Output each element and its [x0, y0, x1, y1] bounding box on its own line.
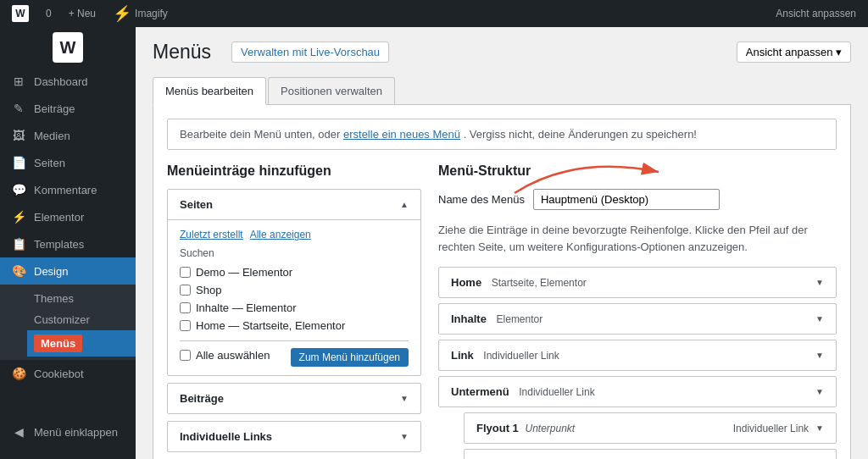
- select-all-item: Alle auswählen: [180, 349, 270, 362]
- wp-logo[interactable]: W: [7, 0, 34, 27]
- chevron-down-icon-link[interactable]: ▼: [815, 351, 824, 360]
- left-col-title: Menüeinträge hinzufügen: [167, 163, 421, 179]
- right-col: Menü-Struktur Name des Menüs: [438, 163, 837, 459]
- medien-icon: 🖼: [10, 129, 27, 142]
- chevron-down-icon-links: ▼: [400, 432, 409, 441]
- right-col-title: Menü-Struktur: [438, 163, 837, 179]
- page-title: Menüs: [153, 41, 211, 64]
- tab-bar: Menüs bearbeiten Positionen verwalten: [153, 77, 851, 105]
- two-col-layout: Menüeinträge hinzufügen Seiten ▲ Zuletzt…: [167, 163, 837, 459]
- page-item-inhalte: Inhalte — Elementor: [180, 301, 409, 314]
- chevron-down-icon-home[interactable]: ▼: [815, 278, 824, 287]
- main-content: Menüs Verwalten mit Live-Vorschau Ansich…: [136, 0, 868, 459]
- page-header: Menüs Verwalten mit Live-Vorschau Ansich…: [153, 41, 851, 64]
- admin-bar: W 0 + Neu ⚡ Imagify Ansicht anpassen: [0, 0, 868, 27]
- page-checkbox-home[interactable]: [180, 320, 191, 331]
- templates-icon: 📋: [10, 237, 27, 251]
- search-row: Zuletzt erstellt Alle anzeigen: [180, 229, 409, 241]
- sidebar-item-kommentare[interactable]: 💬 Kommentare: [0, 176, 136, 203]
- sidebar-item-dashboard[interactable]: ⊞ Dashboard: [0, 68, 136, 95]
- sidebar-collapse-btn[interactable]: ◀ Menü einklappen: [0, 418, 128, 445]
- chevron-down-icon-flyout1[interactable]: ▼: [815, 423, 824, 433]
- view-customize-btn[interactable]: Ansicht anpassen: [771, 0, 861, 27]
- accordion-beitraege: Beiträge ▼: [167, 383, 421, 414]
- info-bar: Bearbeite dein Menü unten, oder erstelle…: [167, 119, 837, 150]
- content-area: Bearbeite dein Menü unten, oder erstelle…: [153, 105, 851, 459]
- page-item-shop: Shop: [180, 284, 409, 296]
- sidebar-item-design[interactable]: 🎨 Design: [0, 257, 136, 285]
- sidebar-sub-customizer[interactable]: Customizer: [27, 309, 136, 330]
- menu-name-label: Name des Menüs: [438, 193, 525, 206]
- accordion-individuelle-links-header[interactable]: Individuelle Links ▼: [168, 422, 420, 451]
- cookiebot-icon: 🍪: [10, 367, 27, 380]
- beitraege-icon: ✎: [10, 102, 27, 115]
- menu-item-link: Link Individueller Link ▼: [438, 340, 837, 371]
- page-checkbox-shop[interactable]: [180, 285, 191, 296]
- kommentare-icon: 💬: [10, 183, 27, 196]
- menu-item-flyout1: Flyout 1 Unterpunkt Individueller Link ▼: [464, 412, 837, 444]
- sidebar-item-medien[interactable]: 🖼 Medien: [0, 122, 136, 149]
- instruction-text: Ziehe die Einträge in deine bevorzugte R…: [438, 222, 837, 255]
- page-item-home: Home — Startseite, Elementor: [180, 319, 409, 332]
- menu-item-inhalte: Inhalte Elementor ▼: [438, 303, 837, 335]
- sidebar-sub-design: Themes Customizer Menüs: [0, 285, 136, 360]
- sidebar: W ⊞ Dashboard ✎ Beiträge 🖼 Medien 📄 Seit…: [0, 0, 136, 459]
- sidebar-item-design-group: 🎨 Design Themes Customizer Menüs: [0, 257, 136, 360]
- search-label: Suchen: [180, 247, 409, 259]
- accordion-seiten: Seiten ▲ Zuletzt erstellt Alle anzeigen …: [167, 189, 421, 376]
- add-to-menu-button[interactable]: Zum Menü hinzufügen: [291, 348, 409, 367]
- show-all-link[interactable]: Alle anzeigen: [250, 229, 311, 241]
- elementor-icon: ⚡: [10, 210, 27, 224]
- sidebar-sub-themes[interactable]: Themes: [27, 288, 136, 309]
- recently-created-link[interactable]: Zuletzt erstellt: [180, 229, 243, 241]
- dashboard-icon: ⊞: [10, 75, 27, 88]
- menu-name-row: Name des Menüs: [438, 189, 837, 210]
- sidebar-item-beitraege[interactable]: ✎ Beiträge: [0, 95, 136, 122]
- chevron-up-icon: ▲: [400, 200, 409, 209]
- live-preview-button[interactable]: Verwalten mit Live-Vorschau: [231, 41, 389, 63]
- menu-item-flyout2: Flyout 2 Unterpunkt Individueller Link ▼: [464, 449, 837, 459]
- wp-icon: W: [12, 5, 29, 22]
- menu-item-home: Home Startseite, Elementor ▼: [438, 267, 837, 298]
- left-col: Menüeinträge hinzufügen Seiten ▲ Zuletzt…: [167, 163, 421, 459]
- admin-bar-imagify[interactable]: ⚡ Imagify: [108, 0, 173, 27]
- collapse-icon: ◀: [10, 425, 27, 439]
- content-wrap: Menüs Verwalten mit Live-Vorschau Ansich…: [136, 27, 868, 459]
- accordion-seiten-body: Zuletzt erstellt Alle anzeigen Suchen De…: [168, 219, 420, 375]
- view-customize-button[interactable]: Ansicht anpassen ▾: [737, 41, 851, 63]
- accordion-seiten-header[interactable]: Seiten ▲: [168, 190, 420, 219]
- chevron-down-icon-inhalte[interactable]: ▼: [815, 314, 824, 324]
- sidebar-logo: W: [0, 27, 136, 68]
- page-checkbox-inhalte[interactable]: [180, 302, 191, 313]
- accordion-beitraege-header[interactable]: Beiträge ▼: [168, 384, 420, 413]
- accordion-individuelle-links: Individuelle Links ▼: [167, 421, 421, 452]
- sidebar-item-elementor[interactable]: ⚡ Elementor: [0, 203, 136, 230]
- menu-name-input[interactable]: [533, 189, 720, 210]
- admin-bar-new[interactable]: + Neu: [64, 0, 101, 27]
- design-icon: 🎨: [10, 264, 27, 278]
- admin-bar-counter[interactable]: 0: [41, 0, 57, 27]
- tab-positionen[interactable]: Positionen verwalten: [268, 77, 395, 104]
- tab-bearbeiten[interactable]: Menüs bearbeiten: [153, 77, 266, 105]
- menu-structure-header-area: Menü-Struktur: [438, 163, 837, 179]
- select-all-checkbox[interactable]: [180, 350, 191, 361]
- sidebar-logo-w: W: [53, 32, 83, 63]
- chevron-down-icon-untermenu[interactable]: ▼: [815, 387, 824, 396]
- page-checkbox-demo[interactable]: [180, 267, 191, 278]
- sidebar-item-templates[interactable]: 📋 Templates: [0, 230, 136, 257]
- seiten-icon: 📄: [10, 156, 27, 169]
- page-item-demo: Demo — Elementor: [180, 266, 409, 279]
- chevron-down-icon-beitraege: ▼: [400, 394, 409, 403]
- sidebar-item-cookiebot[interactable]: 🍪 Cookiebot: [0, 360, 136, 387]
- sidebar-sub-menues[interactable]: Menüs: [27, 330, 136, 357]
- menu-item-untermenu: Untermenü Individueller Link ▼: [438, 376, 837, 407]
- admin-bar-right: Ansicht anpassen: [771, 0, 861, 27]
- select-all-row: Alle auswählen Zum Menü hinzufügen: [180, 340, 409, 367]
- sidebar-item-seiten[interactable]: 📄 Seiten: [0, 149, 136, 176]
- create-menu-link[interactable]: erstelle ein neues Menü: [343, 128, 460, 141]
